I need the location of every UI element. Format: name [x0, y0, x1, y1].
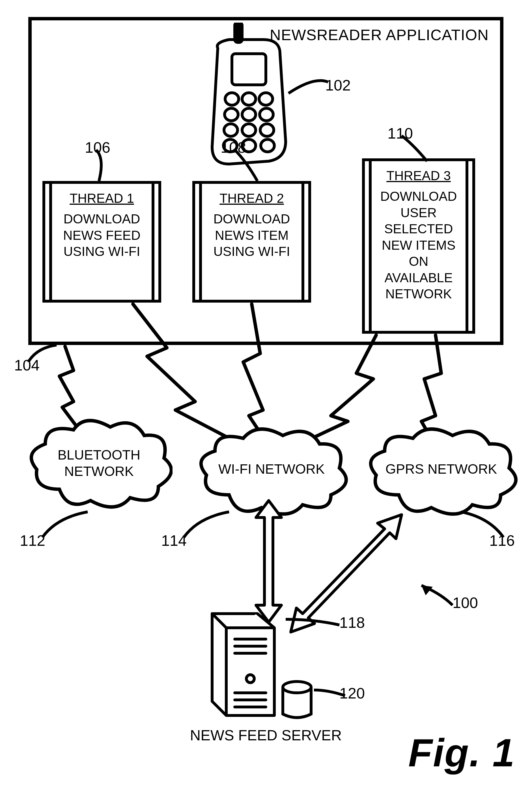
leader-curve — [85, 147, 119, 184]
leader-curve — [283, 616, 345, 636]
decor-bar — [369, 158, 371, 334]
thread-3-title: THREAD 3 — [375, 168, 463, 183]
leader-curve — [220, 147, 266, 184]
thread-2-body: DOWNLOAD NEWS ITEM USING WI-FI — [205, 211, 299, 260]
thread-3-box: THREAD 3 DOWNLOAD USER SELECTED NEW ITEM… — [362, 158, 475, 334]
decor-bar — [152, 181, 154, 303]
figure-caption: Fig. 1 — [408, 730, 515, 776]
thread-3-body: DOWNLOAD USER SELECTED NEW ITEMS ON AVAI… — [375, 188, 463, 302]
svg-point-4 — [259, 93, 273, 105]
decor-bar — [49, 181, 52, 303]
thread-2-title: THREAD 2 — [205, 191, 299, 206]
svg-point-6 — [242, 108, 256, 121]
leader-curve — [311, 687, 348, 704]
leader-curve — [40, 509, 90, 540]
svg-point-8 — [224, 124, 238, 136]
svg-point-7 — [260, 108, 273, 121]
thread-1-body: DOWNLOAD NEWS FEED USING WI-FI — [55, 211, 149, 260]
svg-point-2 — [225, 93, 239, 105]
server-label: NEWS FEED SERVER — [187, 727, 345, 744]
decor-bar — [301, 181, 304, 303]
leader-curve — [181, 509, 232, 540]
gprs-cloud-label: GPRS NETWORK — [370, 461, 512, 477]
decor-bar — [466, 158, 468, 334]
leader-curve — [387, 133, 433, 164]
svg-rect-1 — [232, 54, 266, 85]
svg-point-10 — [260, 124, 274, 136]
bluetooth-cloud-label: BLUETOOTH NETWORK — [34, 447, 164, 479]
svg-point-5 — [225, 108, 238, 121]
svg-point-17 — [246, 675, 254, 683]
svg-point-3 — [242, 93, 256, 105]
svg-point-9 — [242, 124, 256, 136]
thread-1-title: THREAD 1 — [55, 191, 149, 206]
wifi-cloud-label: WI-FI NETWORK — [201, 461, 342, 477]
thread-2-box: THREAD 2 DOWNLOAD NEWS ITEM USING WI-FI — [192, 181, 311, 303]
figure-page: NEWSREADER APPLICATION — [0, 0, 532, 787]
leader-curve — [458, 509, 509, 540]
thread-1-box: THREAD 1 DOWNLOAD NEWS FEED USING WI-FI — [42, 181, 161, 303]
arrowhead-icon — [407, 580, 458, 611]
leader-curve — [25, 342, 59, 365]
leader-curve — [286, 73, 331, 102]
decor-bar — [199, 181, 202, 303]
svg-point-21 — [283, 682, 311, 693]
